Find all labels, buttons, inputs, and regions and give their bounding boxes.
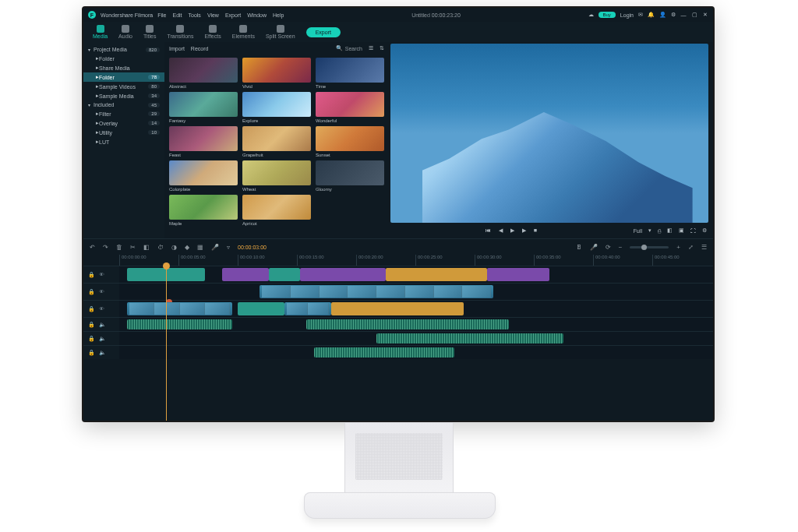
media-thumb[interactable]: Sunset — [316, 126, 384, 157]
tool-titles[interactable]: Titles — [139, 23, 161, 41]
preview-canvas[interactable] — [390, 44, 708, 223]
keyframe-icon[interactable]: ◆ — [185, 244, 189, 251]
buy-button[interactable]: Buy — [598, 12, 616, 18]
settings-icon[interactable]: ⚙ — [671, 12, 676, 18]
sidebar-item-sample-media[interactable]: ▸ Sample Media34 — [83, 91, 164, 100]
greenscreen-icon[interactable]: ▦ — [197, 244, 203, 251]
timeline-ruler[interactable]: 00:00:00:0000:00:05:0000:00:10:0000:00:1… — [83, 255, 713, 266]
speed-icon[interactable]: ⏱ — [157, 244, 164, 251]
clip[interactable] — [222, 268, 269, 281]
sidebar-item-sample-videos[interactable]: ▸ Sample Videos80 — [83, 82, 164, 91]
lock-icon[interactable]: 🔒 — [88, 336, 95, 342]
lock-icon[interactable]: 🔒 — [88, 322, 95, 328]
step-fwd-button[interactable]: ▶ — [522, 227, 526, 234]
video-clip[interactable] — [127, 302, 232, 315]
mixer-icon[interactable]: 🎚 — [576, 244, 582, 251]
tool-effects[interactable]: Effects — [200, 23, 225, 41]
media-thumb[interactable]: Grapefruit — [242, 126, 311, 157]
prev-frame-button[interactable]: ⏮ — [486, 227, 491, 234]
zoom-in-icon[interactable]: + — [676, 244, 680, 251]
undo-icon[interactable]: ↶ — [90, 244, 95, 251]
menu-edit[interactable]: Edit — [172, 12, 182, 18]
render-icon[interactable]: ⟳ — [606, 244, 611, 251]
playhead[interactable] — [166, 266, 167, 421]
media-search[interactable]: 🔍Search — [336, 45, 362, 51]
media-thumb[interactable]: Maple — [169, 195, 238, 226]
media-thumb[interactable]: Time — [316, 58, 384, 89]
media-thumb[interactable]: Vivid — [242, 58, 311, 89]
media-thumb[interactable]: Colorplate — [169, 160, 238, 192]
step-back-button[interactable]: ◀ — [499, 227, 503, 234]
account-icon[interactable]: 👤 — [659, 12, 666, 18]
mute-icon[interactable]: 🔈 — [99, 350, 106, 356]
audio-clip[interactable] — [314, 347, 454, 358]
clip[interactable] — [331, 302, 464, 315]
track-body[interactable] — [119, 301, 713, 317]
sidebar-item-lut[interactable]: ▸ LUT — [83, 137, 164, 146]
color-icon[interactable]: ◑ — [171, 244, 177, 251]
sidebar-item-folder[interactable]: ▸ Folder — [83, 54, 164, 63]
track-body[interactable] — [119, 318, 713, 331]
export-button[interactable]: Export — [306, 27, 341, 37]
sidebar-item-utility[interactable]: ▸ Utility10 — [83, 128, 164, 137]
close-button[interactable]: ✕ — [702, 12, 708, 18]
tool-splitscreen[interactable]: Split Screen — [261, 23, 300, 41]
zoom-fit-icon[interactable]: ⤢ — [688, 244, 694, 251]
track-body[interactable] — [119, 346, 713, 359]
play-button[interactable]: ▶ — [510, 227, 514, 234]
snapshot-icon[interactable]: ⎙ — [658, 228, 661, 234]
clip[interactable] — [269, 268, 300, 281]
redo-icon[interactable]: ↷ — [103, 244, 108, 251]
preview-quality[interactable]: Full — [634, 228, 642, 234]
marker-add-icon[interactable]: ▿ — [227, 244, 230, 251]
message-icon[interactable]: ✉ — [638, 12, 643, 18]
mute-icon[interactable]: 🔈 — [99, 322, 106, 328]
video-clip[interactable] — [284, 302, 331, 315]
tool-audio[interactable]: Audio — [114, 23, 137, 41]
stop-button[interactable]: ■ — [534, 227, 537, 234]
sidebar-item-overlay[interactable]: ▸ Overlay14 — [83, 118, 164, 128]
clip[interactable] — [386, 268, 487, 281]
lock-icon[interactable]: 🔒 — [88, 350, 95, 356]
fullscreen-icon[interactable]: ⛶ — [690, 228, 696, 234]
media-thumb[interactable]: Explore — [242, 92, 311, 123]
track-manage-icon[interactable]: ☰ — [701, 244, 707, 251]
zoom-slider[interactable] — [630, 246, 669, 248]
menu-window[interactable]: Window — [247, 12, 267, 18]
notification-icon[interactable]: 🔔 — [648, 12, 655, 18]
media-tab-record[interactable]: Record — [191, 46, 209, 51]
track-body[interactable] — [119, 284, 713, 300]
zoom-out-icon[interactable]: − — [619, 244, 623, 251]
sidebar-item-folder-selected[interactable]: ▸ Folder78 — [83, 72, 164, 82]
media-thumb[interactable]: Abstract — [169, 58, 238, 89]
login-link[interactable]: Login — [620, 12, 634, 18]
track-body[interactable] — [119, 266, 713, 283]
audio-clip[interactable] — [306, 319, 509, 329]
cloud-icon[interactable]: ☁ — [588, 12, 594, 18]
clip[interactable] — [238, 302, 284, 315]
eye-icon[interactable]: 👁 — [99, 289, 104, 294]
clip[interactable] — [300, 268, 386, 281]
sidebar-item-filter[interactable]: ▸ Filter29 — [83, 109, 164, 118]
media-tab-import[interactable]: Import — [169, 46, 185, 51]
sidebar-item-share[interactable]: ▸ Share Media — [83, 63, 164, 72]
filter-icon[interactable]: ☰ — [369, 45, 373, 51]
sidebar-section-included[interactable]: ▾Included45 — [83, 100, 164, 109]
sort-icon[interactable]: ⇅ — [380, 45, 384, 51]
settings-icon[interactable]: ⚙ — [702, 227, 707, 234]
record-vo-icon[interactable]: 🎤 — [211, 244, 219, 251]
tool-transitions[interactable]: Transitions — [162, 23, 198, 41]
eye-icon[interactable]: 👁 — [99, 272, 104, 277]
menu-help[interactable]: Help — [273, 12, 284, 18]
lock-icon[interactable]: 🔒 — [88, 306, 95, 312]
eye-icon[interactable]: 👁 — [99, 306, 104, 312]
delete-icon[interactable]: 🗑 — [116, 244, 122, 251]
video-clip[interactable] — [260, 285, 493, 298]
mute-icon[interactable]: 🔈 — [99, 336, 106, 342]
audio-clip[interactable] — [127, 319, 232, 329]
menu-tools[interactable]: Tools — [189, 12, 201, 18]
media-thumb[interactable]: Wonderful — [316, 92, 384, 123]
media-thumb[interactable]: Fantasy — [169, 92, 238, 123]
split-icon[interactable]: ✂ — [130, 244, 136, 251]
media-thumb[interactable]: Wheat — [242, 160, 311, 192]
